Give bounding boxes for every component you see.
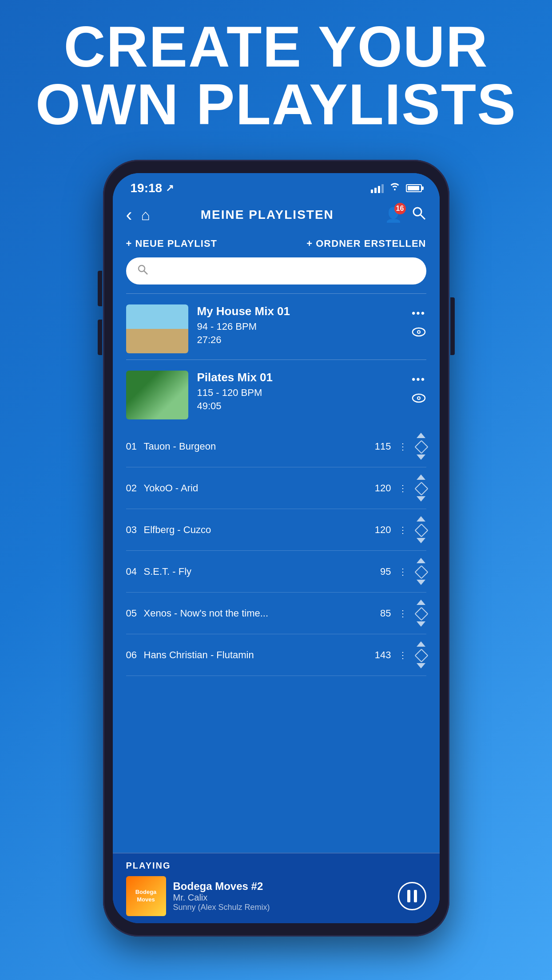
content-area: + NEUE PLAYLIST + ORDNER ERSTELLEN [113, 230, 440, 676]
playlist-menu-button-2[interactable]: ••• [412, 373, 425, 386]
notification-badge: 16 [394, 203, 406, 214]
track-reorder-6[interactable] [417, 641, 426, 668]
now-playing-title: Bodega Moves #2 [173, 880, 391, 893]
track-menu-button-6[interactable]: ⋮ [398, 650, 408, 660]
track-reorder-4[interactable] [417, 558, 426, 585]
search-icon [137, 264, 148, 278]
track-reorder-2[interactable] [417, 474, 426, 502]
pause-button[interactable] [398, 882, 426, 910]
svg-point-0 [413, 208, 421, 216]
track-bpm-6: 143 [369, 649, 391, 661]
reorder-diamond-5 [414, 607, 428, 620]
playlist-image-1 [126, 304, 188, 353]
track-number-4: 04 [126, 566, 144, 577]
battery-icon [406, 184, 422, 192]
phone-screen: 19:18 ↗ ‹ ⌂ [113, 173, 440, 923]
track-name-2: YokoO - Arid [144, 482, 369, 494]
track-menu-button-4[interactable]: ⋮ [398, 566, 408, 577]
playlist-info-1: My House Mix 01 94 - 126 BPM 27:26 [197, 304, 402, 346]
reorder-diamond-4 [414, 565, 428, 579]
reorder-diamond-1 [414, 440, 428, 454]
wifi-icon [389, 182, 401, 194]
action-row: + NEUE PLAYLIST + ORDNER ERSTELLEN [126, 230, 426, 257]
track-menu-button-5[interactable]: ⋮ [398, 608, 408, 619]
track-menu-button-1[interactable]: ⋮ [398, 441, 408, 452]
playlist-view-button-2[interactable] [411, 392, 426, 406]
track-reorder-3[interactable] [417, 516, 426, 543]
reorder-up-2 [417, 474, 425, 480]
track-bpm-4: 95 [369, 566, 391, 577]
reorder-down-2 [417, 496, 425, 502]
playlist-thumb-1 [126, 304, 188, 353]
signal-icon [371, 183, 384, 193]
track-reorder-5[interactable] [417, 600, 426, 627]
home-button[interactable]: ⌂ [141, 206, 151, 224]
now-playing-content: BodegaMoves Bodega Moves #2 Mr. Calix Su… [126, 876, 426, 916]
track-list: 01 Tauon - Burgeon 115 ⋮ 02 YokoO - Arid… [126, 426, 426, 676]
reorder-diamond-2 [414, 482, 428, 495]
track-reorder-1[interactable] [417, 433, 426, 460]
track-number-6: 06 [126, 649, 144, 661]
now-playing-track: Sunny (Alex Schulz Remix) [173, 903, 391, 912]
playlist-actions-2: ••• [411, 371, 426, 406]
svg-point-6 [418, 331, 420, 333]
reorder-up-1 [417, 433, 425, 438]
playlist-view-button-1[interactable] [411, 326, 426, 340]
svg-line-3 [144, 271, 147, 274]
playlist-thumb-2 [126, 371, 188, 419]
track-row-6: 06 Hans Christian - Flutamin 143 ⋮ [126, 634, 426, 676]
track-number-2: 02 [126, 482, 144, 494]
playlist-actions-1: ••• [411, 304, 426, 340]
notification-button[interactable]: 👤 16 [385, 206, 402, 223]
playlist-duration-2: 49:05 [197, 400, 402, 412]
track-name-6: Hans Christian - Flutamin [144, 649, 369, 661]
reorder-down-6 [417, 663, 425, 668]
reorder-up-6 [417, 641, 425, 647]
search-input[interactable] [155, 265, 416, 277]
track-row-5: 05 Xenos - Now's not the time... 85 ⋮ [126, 593, 426, 634]
svg-line-1 [421, 215, 425, 219]
track-bpm-2: 120 [369, 482, 391, 494]
reorder-diamond-6 [414, 648, 428, 662]
back-button[interactable]: ‹ [126, 204, 132, 225]
reorder-diamond-3 [414, 523, 428, 537]
playlist-card-1: My House Mix 01 94 - 126 BPM 27:26 ••• [126, 298, 426, 360]
search-button[interactable] [411, 205, 426, 224]
track-menu-button-2[interactable]: ⋮ [398, 483, 408, 494]
track-menu-button-3[interactable]: ⋮ [398, 525, 408, 535]
track-name-1: Tauon - Burgeon [144, 441, 369, 452]
reorder-down-3 [417, 538, 425, 543]
track-number-3: 03 [126, 524, 144, 536]
reorder-up-3 [417, 516, 425, 522]
track-number-5: 05 [126, 608, 144, 619]
status-bar: 19:18 ↗ [113, 173, 440, 200]
track-number-1: 01 [126, 441, 144, 452]
track-row-1: 01 Tauon - Burgeon 115 ⋮ [126, 426, 426, 467]
track-name-5: Xenos - Now's not the time... [144, 608, 369, 619]
track-name-4: S.E.T. - Fly [144, 566, 369, 577]
playlist-info-2: Pilates Mix 01 115 - 120 BPM 49:05 [197, 371, 402, 412]
playlist-name-1: My House Mix 01 [197, 304, 402, 318]
status-icons [371, 182, 422, 194]
track-bpm-5: 85 [369, 608, 391, 619]
new-folder-button[interactable]: + ORDNER ERSTELLEN [306, 238, 426, 249]
navigation-icon: ↗ [166, 182, 174, 194]
playlist-bpm-2: 115 - 120 BPM [197, 387, 402, 399]
playlist-bpm-1: 94 - 126 BPM [197, 321, 402, 332]
reorder-up-4 [417, 558, 425, 563]
nav-bar: ‹ ⌂ MEINE PLAYLISTEN 👤 16 [113, 200, 440, 230]
svg-point-2 [139, 265, 145, 272]
playlist-menu-button-1[interactable]: ••• [412, 307, 425, 320]
reorder-up-5 [417, 600, 425, 605]
track-bpm-3: 120 [369, 524, 391, 536]
search-bar[interactable] [126, 257, 426, 285]
now-playing-info: Bodega Moves #2 Mr. Calix Sunny (Alex Sc… [173, 880, 391, 912]
status-time: 19:18 ↗ [131, 181, 174, 195]
track-row-3: 03 Elfberg - Cuzco 120 ⋮ [126, 509, 426, 551]
playlist-card-2: Pilates Mix 01 115 - 120 BPM 49:05 ••• [126, 364, 426, 426]
now-playing-bar: PLAYING BodegaMoves Bodega Moves #2 Mr. … [113, 853, 440, 923]
playlist-duration-1: 27:26 [197, 334, 402, 346]
new-playlist-button[interactable]: + NEUE PLAYLIST [126, 238, 218, 249]
phone-shell: 19:18 ↗ ‹ ⌂ [103, 160, 449, 937]
track-name-3: Elfberg - Cuzco [144, 524, 369, 536]
